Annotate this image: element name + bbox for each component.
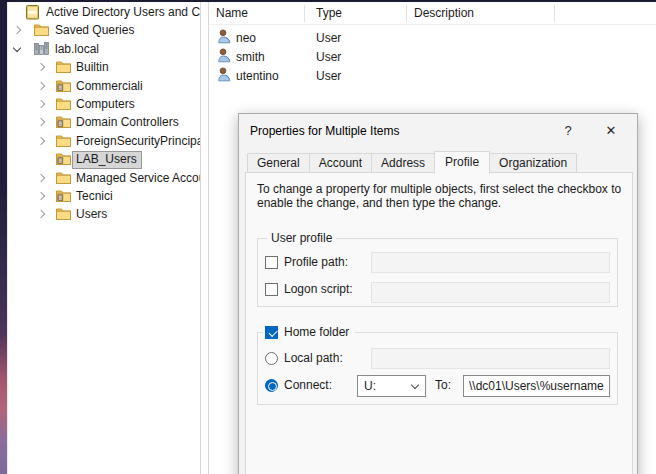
profile-path-input [371, 252, 610, 273]
folder-icon [34, 23, 49, 39]
list-cell-type: User [305, 69, 407, 83]
home-folder-label: Home folder [284, 325, 349, 339]
tree-item-lab-users[interactable]: LAB_Users [8, 150, 200, 168]
tab-organization[interactable]: Organization [489, 153, 577, 173]
tree-item-label: Computers [76, 97, 135, 112]
chevron-collapsed-icon[interactable] [37, 192, 45, 200]
drive-letter-select[interactable]: U: [357, 375, 426, 397]
chevron-collapsed-icon[interactable] [13, 26, 21, 34]
tree-item-label: ForeignSecurityPrincipals [76, 134, 201, 149]
list-cell-type: User [305, 50, 407, 64]
list-header: Name Type Description [209, 2, 656, 25]
user-icon [218, 48, 231, 66]
tree-item-lab-local[interactable]: lab.local [8, 40, 200, 58]
home-folder-checkbox[interactable] [265, 326, 278, 339]
folder-icon [56, 134, 71, 150]
user-name: smith [236, 50, 265, 64]
ou-folder-icon [56, 115, 71, 131]
chevron-collapsed-icon[interactable] [37, 63, 45, 71]
list-row-smith[interactable]: smithUser [209, 47, 656, 66]
profile-tab-page: To change a property for multiple object… [245, 172, 633, 474]
column-header-description[interactable]: Description [407, 2, 555, 25]
tree-item-users[interactable]: Users [8, 205, 200, 223]
chevron-collapsed-icon[interactable] [37, 210, 45, 218]
tab-address[interactable]: Address [371, 153, 435, 173]
tree-item-builtin[interactable]: Builtin [8, 58, 200, 76]
list-row-neo[interactable]: neoUser [209, 28, 656, 47]
folder-icon [56, 60, 71, 76]
tree-item-label: Managed Service Accoun [76, 171, 201, 186]
instruction-line-1: To change a property for multiple object… [257, 182, 625, 196]
user-profile-group-legend: User profile [267, 231, 336, 245]
tab-general[interactable]: General [247, 153, 310, 173]
help-button[interactable]: ? [559, 114, 577, 148]
home-folder-legend: Home folder [263, 325, 355, 339]
dialog-title: Properties for Multiple Items [250, 114, 399, 148]
tree-item-foreignsecurityprincipals[interactable]: ForeignSecurityPrincipals [8, 132, 200, 150]
chevron-collapsed-icon[interactable] [37, 100, 45, 108]
chevron-collapsed-icon[interactable] [37, 81, 45, 89]
column-header-name[interactable]: Name [209, 2, 305, 25]
tree-item-label: Builtin [76, 60, 109, 75]
connect-radio[interactable] [265, 379, 278, 392]
chevron-collapsed-icon[interactable] [37, 173, 45, 181]
tab-profile[interactable]: Profile [434, 151, 490, 174]
desktop-wallpaper-strip [0, 2, 8, 474]
drive-letter-value: U: [364, 379, 376, 393]
tree-item-label: LAB_Users [72, 151, 142, 169]
chevron-collapsed-icon[interactable] [37, 118, 45, 126]
column-header-type[interactable]: Type [305, 2, 407, 25]
tree-item-label: Tecnici [76, 189, 113, 204]
list-cell-name: utentino [209, 67, 305, 85]
tree-item-label: Saved Queries [55, 23, 134, 38]
tree-item-active-directory-users-and-com[interactable]: Active Directory Users and Com [8, 3, 200, 21]
folder-icon [56, 171, 71, 187]
home-folder-group: Home folder Local path: Connect: U: To: [257, 332, 618, 405]
folder-icon [56, 207, 71, 223]
tree-item-label: Commerciali [76, 79, 143, 94]
tree-item-commerciali[interactable]: Commerciali [8, 77, 200, 95]
tree-item-domain-controllers[interactable]: Domain Controllers [8, 113, 200, 131]
tab-account[interactable]: Account [309, 153, 372, 173]
local-path-radio[interactable] [265, 352, 278, 365]
console-tree-panel: Active Directory Users and ComSaved Quer… [8, 2, 201, 474]
user-profile-group: User profile Profile path: Logon script: [257, 238, 618, 307]
list-cell-name: neo [209, 29, 305, 47]
logon-script-checkbox[interactable] [265, 283, 278, 296]
tree-item-label: Active Directory Users and Com [46, 5, 201, 20]
tree-item-computers[interactable]: Computers [8, 95, 200, 113]
user-name: neo [236, 31, 256, 45]
connect-path-input[interactable] [463, 375, 610, 397]
properties-dialog: Properties for Multiple Items ? ✕ Genera… [238, 113, 638, 474]
tree-item-managed-service-accoun[interactable]: Managed Service Accoun [8, 169, 200, 187]
logon-script-input [371, 282, 610, 303]
tree-item-label: Domain Controllers [76, 115, 179, 130]
user-icon [218, 67, 231, 85]
connect-to-label: To: [435, 378, 451, 392]
close-icon[interactable]: ✕ [601, 114, 621, 148]
aduc-console-window: Active Directory Users and ComSaved Quer… [0, 0, 656, 474]
column-header-empty [555, 2, 656, 25]
ou-folder-icon [56, 152, 71, 168]
connect-label: Connect: [284, 378, 332, 392]
local-path-label: Local path: [284, 351, 343, 365]
aduc-root-icon [26, 5, 39, 23]
tree-item-tecnici[interactable]: Tecnici [8, 187, 200, 205]
tab-strip: GeneralAccountAddressProfileOrganization [247, 151, 576, 173]
list-cell-name: smith [209, 48, 305, 66]
profile-path-label: Profile path: [284, 255, 348, 269]
chevron-down-icon [411, 381, 419, 389]
chevron-collapsed-icon[interactable] [37, 136, 45, 144]
list-cell-type: User [305, 31, 407, 45]
chevron-expanded-icon[interactable] [13, 44, 21, 52]
profile-path-checkbox[interactable] [265, 256, 278, 269]
tree-item-label: Users [76, 207, 107, 222]
tree-item-saved-queries[interactable]: Saved Queries [8, 21, 200, 39]
instruction-line-2: enable the change, and then type the cha… [257, 196, 625, 210]
column-label: Description [414, 6, 474, 20]
column-label: Name [216, 6, 248, 20]
dialog-titlebar[interactable]: Properties for Multiple Items ? ✕ [239, 114, 637, 148]
folder-icon [56, 97, 71, 113]
list-row-utentino[interactable]: utentinoUser [209, 66, 656, 85]
ou-folder-icon [56, 189, 71, 205]
